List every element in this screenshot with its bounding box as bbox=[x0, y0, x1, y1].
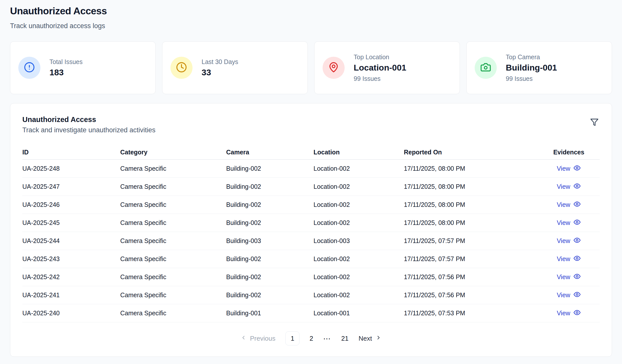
stat-icon-circle bbox=[323, 57, 345, 79]
eye-icon bbox=[573, 236, 581, 246]
stat-label: Last 30 Days bbox=[202, 58, 238, 66]
eye-icon bbox=[573, 291, 581, 300]
cell-evidences: View bbox=[537, 291, 600, 300]
pagination-previous-button[interactable]: Previous bbox=[240, 335, 275, 342]
chevron-right-icon bbox=[376, 335, 382, 342]
view-evidence-link[interactable]: View bbox=[537, 309, 600, 318]
funnel-icon bbox=[590, 124, 599, 127]
cell-id: UA-2025-243 bbox=[22, 255, 120, 263]
cell-evidences: View bbox=[537, 164, 600, 173]
cell-location: Location-001 bbox=[314, 310, 404, 317]
stat-card: Last 30 Days 33 bbox=[162, 41, 308, 94]
view-evidence-link[interactable]: View bbox=[537, 291, 600, 300]
view-evidence-link[interactable]: View bbox=[537, 218, 600, 227]
cell-evidences: View bbox=[537, 200, 600, 209]
clock-icon bbox=[176, 62, 187, 74]
pagination-ellipsis: ⋯ bbox=[323, 334, 331, 343]
view-link-label: View bbox=[557, 310, 570, 317]
view-evidence-link[interactable]: View bbox=[537, 164, 600, 173]
table-row: UA-2025-241 Camera Specific Building-002… bbox=[22, 286, 600, 304]
cell-evidences: View bbox=[537, 309, 600, 318]
cell-category: Camera Specific bbox=[120, 291, 226, 299]
stat-sub: 99 Issues bbox=[354, 75, 406, 82]
cell-reported-on: 17/11/2025, 07:53 PM bbox=[404, 310, 537, 317]
cell-camera: Building-003 bbox=[226, 237, 314, 245]
table-row: UA-2025-247 Camera Specific Building-002… bbox=[22, 178, 600, 196]
view-link-label: View bbox=[557, 237, 570, 245]
stat-value: 33 bbox=[202, 68, 238, 77]
cell-location: Location-003 bbox=[314, 237, 404, 245]
view-evidence-link[interactable]: View bbox=[537, 236, 600, 246]
table-header-row: ID Category Camera Location Reported On … bbox=[22, 145, 600, 160]
table-row: UA-2025-242 Camera Specific Building-002… bbox=[22, 268, 600, 286]
view-evidence-link[interactable]: View bbox=[537, 273, 600, 282]
chevron-left-icon bbox=[240, 335, 246, 342]
eye-icon bbox=[573, 309, 581, 318]
alert-circle-icon bbox=[24, 62, 35, 74]
cell-location: Location-002 bbox=[314, 291, 404, 299]
view-link-label: View bbox=[557, 291, 570, 299]
pagination-previous-label: Previous bbox=[250, 335, 275, 342]
table-row: UA-2025-240 Camera Specific Building-001… bbox=[22, 304, 600, 322]
pagination-page-1[interactable]: 1 bbox=[285, 331, 299, 345]
stat-card: Total Issues 183 bbox=[10, 41, 156, 94]
column-header-camera: Camera bbox=[226, 149, 314, 156]
table-row: UA-2025-244 Camera Specific Building-003… bbox=[22, 232, 600, 250]
cell-location: Location-002 bbox=[314, 273, 404, 281]
cell-reported-on: 17/11/2025, 07:57 PM bbox=[404, 237, 537, 245]
stat-icon-circle bbox=[475, 57, 497, 79]
cell-reported-on: 17/11/2025, 08:00 PM bbox=[404, 183, 537, 190]
stat-label: Total Issues bbox=[49, 58, 83, 66]
cell-category: Camera Specific bbox=[120, 273, 226, 281]
view-link-label: View bbox=[557, 165, 570, 172]
pagination-next-button[interactable]: Next bbox=[359, 335, 382, 342]
cell-category: Camera Specific bbox=[120, 219, 226, 226]
stat-sub: 99 Issues bbox=[506, 75, 557, 82]
stat-value: Building-001 bbox=[506, 63, 557, 73]
table-row: UA-2025-248 Camera Specific Building-002… bbox=[22, 160, 600, 178]
cell-id: UA-2025-240 bbox=[22, 310, 120, 317]
column-header-location: Location bbox=[314, 149, 404, 156]
stat-text: Last 30 Days 33 bbox=[202, 58, 238, 77]
cell-id: UA-2025-242 bbox=[22, 273, 120, 281]
cell-reported-on: 17/11/2025, 08:00 PM bbox=[404, 219, 537, 226]
cell-evidences: View bbox=[537, 255, 600, 264]
pagination-page-2[interactable]: 2 bbox=[309, 335, 313, 342]
view-evidence-link[interactable]: View bbox=[537, 200, 600, 209]
map-pin-icon bbox=[328, 62, 339, 74]
view-link-label: View bbox=[557, 183, 570, 190]
cell-category: Camera Specific bbox=[120, 237, 226, 245]
stats-row: Total Issues 183 Last 30 Days 33 bbox=[10, 41, 612, 94]
eye-icon bbox=[573, 182, 581, 191]
view-link-label: View bbox=[557, 201, 570, 208]
view-evidence-link[interactable]: View bbox=[537, 182, 600, 191]
stat-card: Top Camera Building-001 99 Issues bbox=[466, 41, 612, 94]
cell-category: Camera Specific bbox=[120, 183, 226, 190]
column-header-reported-on: Reported On bbox=[404, 149, 537, 156]
filter-button[interactable] bbox=[589, 117, 600, 128]
column-header-id: ID bbox=[22, 149, 120, 156]
stat-text: Total Issues 183 bbox=[49, 58, 83, 77]
unauthorized-access-table: ID Category Camera Location Reported On … bbox=[22, 145, 600, 322]
cell-location: Location-002 bbox=[314, 201, 404, 208]
table-card-header: Unauthorized Access Track and investigat… bbox=[22, 115, 600, 134]
camera-icon bbox=[480, 62, 491, 74]
cell-camera: Building-002 bbox=[226, 165, 314, 172]
cell-id: UA-2025-246 bbox=[22, 201, 120, 208]
eye-icon bbox=[573, 164, 581, 173]
unauthorized-access-table-card: Unauthorized Access Track and investigat… bbox=[10, 103, 612, 357]
pagination-next-label: Next bbox=[359, 335, 372, 342]
stat-label: Top Camera bbox=[506, 53, 557, 61]
stat-icon-circle bbox=[170, 57, 193, 79]
cell-location: Location-002 bbox=[314, 219, 404, 226]
cell-camera: Building-002 bbox=[226, 219, 314, 226]
column-header-category: Category bbox=[120, 149, 226, 156]
view-evidence-link[interactable]: View bbox=[537, 255, 600, 264]
cell-evidences: View bbox=[537, 218, 600, 227]
cell-id: UA-2025-241 bbox=[22, 291, 120, 299]
table-row: UA-2025-245 Camera Specific Building-002… bbox=[22, 214, 600, 232]
cell-camera: Building-002 bbox=[226, 183, 314, 190]
cell-camera: Building-002 bbox=[226, 201, 314, 208]
pagination-page-21[interactable]: 21 bbox=[341, 335, 349, 342]
cell-camera: Building-002 bbox=[226, 255, 314, 263]
